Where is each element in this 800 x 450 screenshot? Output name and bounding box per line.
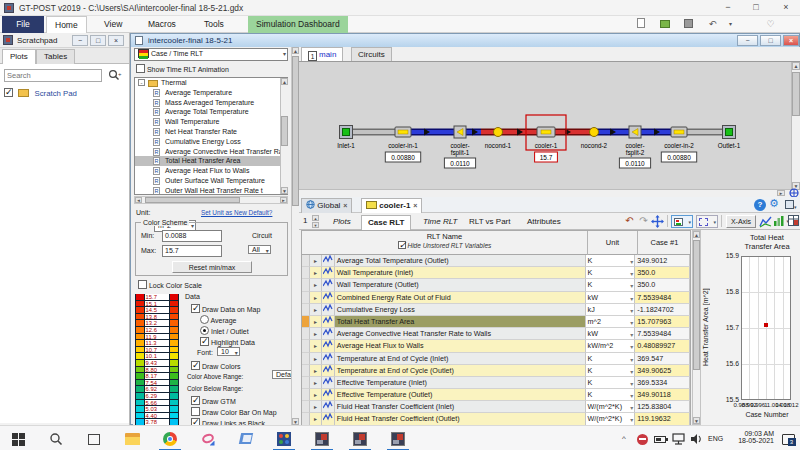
case-value-cell[interactable]: -1.1824702 [635,304,690,316]
tree-item[interactable]: RMass Averaged Temperature [135,98,287,108]
language-indicator[interactable]: ENG [708,435,723,442]
tree-item[interactable]: RTotal Heat Transfer Area [135,156,287,166]
expand-row-icon[interactable]: ▸ [310,365,322,377]
table-row[interactable]: ▸Average Convective Heat Transfer Rate t… [302,328,690,340]
rlt-name-cell[interactable]: Effective Temperature (Inlet) [335,377,586,389]
select-rlt-on-map-button[interactable]: ▾ [671,215,693,228]
unit-select-cell[interactable]: W/(m^2*K) [586,401,636,413]
plot-variable-icon[interactable] [322,267,335,279]
table-row[interactable]: ▸Average Total Temperature (Outlet)K349.… [302,255,690,267]
unit-select-cell[interactable]: kW/m^2 [586,340,636,352]
tray-status-icon[interactable] [634,430,650,448]
case-value-cell[interactable]: 7.5539484 [635,328,690,340]
table-row[interactable]: ▸Average Heat Flux to WallskW/m^20.48089… [302,340,690,352]
scroll-down-icon[interactable]: ▼ [281,187,288,194]
tree-scrollbar[interactable]: ▲ ▼ [280,78,288,194]
expand-row-icon[interactable]: ▸ [310,389,322,401]
plot-variable-icon[interactable] [322,353,335,365]
tab-simulation-dashboard[interactable]: Simulation Dashboard [248,16,348,33]
create-plot-icon[interactable] [759,215,772,228]
scroll-up-icon[interactable]: ▲ [693,231,700,238]
model-map-canvas[interactable]: Inlet-1cooler-in-10.00880cooler-fsplit-1… [299,61,800,190]
table-row[interactable]: ▸Total Heat Transfer Aream^215.707963 [302,316,690,328]
min-input[interactable]: 0.0088 [162,230,222,242]
canvas-v-scrollbar[interactable]: ▲ ▼ [791,62,800,190]
undo-icon[interactable]: ↶ [623,215,636,228]
battery-icon[interactable] [652,430,668,448]
unit-select-cell[interactable]: K [586,389,636,401]
plot-variable-icon[interactable] [322,401,335,413]
scroll-right-icon[interactable]: ► [280,197,287,203]
case-value-cell[interactable]: 369.547 [635,353,690,365]
doc-close-icon[interactable]: × [783,35,799,46]
unit-select-cell[interactable]: m^2 [586,316,636,328]
scroll-down-icon[interactable]: ▼ [693,417,700,424]
unit-header[interactable]: Unit [587,231,637,255]
canvas-h-scrollbar[interactable]: ► [299,190,800,197]
tree-item[interactable]: RWall Temperature [135,117,287,127]
case-value-cell[interactable]: 369.5334 [635,377,690,389]
expand-row-icon[interactable]: ▸ [310,267,322,279]
tab-tools[interactable]: Tools [196,16,232,33]
plot-variable-icon[interactable] [322,255,335,267]
case-value-cell[interactable]: 349.9012 [635,255,690,267]
tree-item[interactable]: RAverage Total Temperature [135,107,287,117]
case-spinner[interactable]: ▲▼ [312,215,320,228]
rlt-tree[interactable]: -ThermalRAverage TemperatureRMass Averag… [134,77,288,195]
highlight-data-checkbox[interactable]: Highlight Data [200,337,255,346]
chrome-icon[interactable] [158,430,182,448]
task-view-icon[interactable] [82,430,106,448]
tab-case-rlt[interactable]: Case RLT [361,215,411,230]
table-row[interactable]: ▸Wall Temperature (Inlet)K350.0 [302,267,690,279]
case-value-cell[interactable]: 0.48089927 [635,340,690,352]
rlt-name-cell[interactable]: Average Total Temperature (Outlet) [335,255,586,267]
tab-time-rlt[interactable]: Time RLT [417,215,463,230]
settings-gear-icon[interactable]: ⚙ [769,197,779,210]
scroll-up-icon[interactable]: ▲ [292,47,299,54]
table-row[interactable]: ▸Temperature at End of Cycle (Inlet)K369… [302,353,690,365]
scroll-right-icon[interactable]: ► [777,190,785,196]
clock[interactable]: 09:03 AM18-05-2021 [734,430,774,444]
scratchpad-checkbox[interactable] [4,88,13,97]
plot-variable-icon[interactable] [322,413,335,425]
table-row[interactable]: ▸Wall Temperature (Outlet)K350.0 [302,279,690,291]
expand-row-icon[interactable]: ▸ [310,304,322,316]
case-value-cell[interactable]: 349.90118 [635,389,690,401]
tab-tables[interactable]: Tables [36,49,75,64]
tree-item[interactable]: RAverage Heat Flux to Walls [135,166,287,176]
unit-select-cell[interactable]: K [586,353,636,365]
rlt-name-cell[interactable]: Average Heat Flux to Walls [335,340,586,352]
case-header[interactable]: Case #1 [637,231,691,255]
expand-row-icon[interactable]: ▸ [310,401,322,413]
tab-rlt-vs-part[interactable]: RLT vs Part [463,215,517,230]
start-button-icon[interactable] [6,430,30,448]
unit-select-cell[interactable]: K [586,365,636,377]
tab-view[interactable]: View [96,16,130,33]
hide-unstored-checkbox[interactable]: Hide Unstored RLT Variables [302,241,587,249]
case-value-cell[interactable]: 350.0 [635,279,690,291]
font-size-select[interactable]: 10 [217,347,240,356]
table-row[interactable]: ▸Cumulative Energy LosskJ-1.1824702 [302,304,690,316]
table-row[interactable]: ▸Fluid Heat Transfer Coefficient (Outlet… [302,413,690,425]
max-input[interactable]: 15.7 [162,245,222,257]
volume-icon[interactable] [688,430,704,448]
gt-window-icon[interactable] [386,430,410,448]
rlt-name-header[interactable]: RLT Name Hide Unstored RLT Variables [302,231,587,255]
quick-access-dropdown-icon[interactable]: ▾ [724,18,737,30]
rlt-name-cell[interactable]: Wall Temperature (Inlet) [335,267,586,279]
expand-row-icon[interactable]: ▸ [310,292,322,304]
table-options-icon[interactable] [788,215,800,228]
table-scrollbar[interactable]: ▲ ▼ [692,230,701,425]
draw-colorbar-checkbox[interactable]: Draw Color Bar On Map [191,407,277,416]
undo-icon[interactable]: ↶ [706,18,719,30]
case-value-cell[interactable]: 119.19632 [635,413,690,425]
tab-circuits[interactable]: Circuits [351,47,392,61]
case-value-cell[interactable]: 7.5539484 [635,292,690,304]
doc-minimize-icon[interactable]: − [737,35,758,46]
panel-maximize-icon[interactable]: □ [90,35,106,46]
rlt-name-cell[interactable]: Effective Temperature (Outlet) [335,389,586,401]
case-value-cell[interactable]: 349.90625 [635,365,690,377]
maximize-icon[interactable]: □ [744,0,768,15]
expand-row-icon[interactable]: ▸ [310,316,322,328]
save-icon[interactable] [682,18,695,30]
